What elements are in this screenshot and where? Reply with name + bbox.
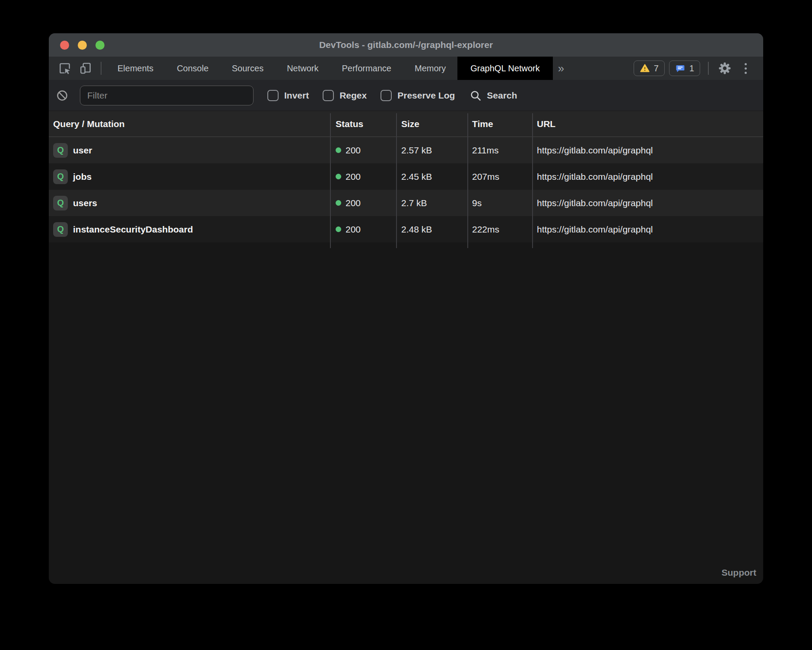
filter-input[interactable] [80,86,254,105]
status-dot [336,200,341,206]
tab-graphql-network[interactable]: GraphQL Network [457,57,552,80]
invert-option: Invert [267,90,309,101]
time-cell: 9s [467,198,532,208]
minimize-button[interactable] [78,41,87,50]
tabbar-controls: 7 1 [634,57,754,80]
search-icon [469,89,482,102]
requests-table: Query / Mutation Status Size Time URL Q … [49,111,763,242]
tab-memory[interactable]: Memory [403,57,457,80]
search-button[interactable]: Search [469,89,517,102]
status-dot [336,174,341,179]
gear-icon [717,61,732,76]
warnings-badge[interactable]: 7 [634,61,665,76]
url-cell: https://gitlab.com/api/graphql [532,224,763,235]
inspect-element-button[interactable] [57,57,72,80]
message-bubble-icon [675,63,685,73]
controls-separator [708,62,709,75]
size-cell: 2.45 kB [396,172,467,182]
search-label: Search [487,90,517,101]
column-header-status[interactable]: Status [330,119,396,129]
tab-console[interactable]: Console [165,57,220,80]
column-header-size[interactable]: Size [396,119,467,129]
status-code: 200 [346,224,361,235]
settings-button[interactable] [717,57,733,80]
size-cell: 2.48 kB [396,224,467,235]
filter-toolbar: Invert Regex Preserve Log Search [49,80,763,111]
titlebar: DevTools - gitlab.com/-/graphql-explorer [49,33,763,57]
warning-triangle-icon [640,63,650,73]
device-toolbar-button[interactable] [78,57,93,80]
warnings-count: 7 [654,64,659,73]
query-name: users [73,198,97,208]
preserve-log-label: Preserve Log [397,90,455,101]
url-cell: https://gitlab.com/api/graphql [532,172,763,182]
url-cell: https://gitlab.com/api/graphql [532,198,763,208]
time-cell: 211ms [467,145,532,156]
table-row[interactable]: Q instanceSecurityDashboard 200 2.48 kB … [49,216,763,242]
devtools-window: DevTools - gitlab.com/-/graphql-explorer… [49,33,763,584]
tab-elements[interactable]: Elements [106,57,165,80]
double-chevron-icon: » [558,62,564,75]
status-code: 200 [346,145,361,156]
traffic-lights [60,33,105,57]
tabbar-separator [101,62,102,75]
query-type-badge: Q [53,169,68,184]
more-tabs-button[interactable]: » [553,57,569,80]
size-cell: 2.57 kB [396,145,467,156]
status-code: 200 [346,198,361,208]
query-type-badge: Q [53,196,68,210]
block-circle-icon [56,89,68,102]
tab-performance[interactable]: Performance [330,57,403,80]
status-code: 200 [346,172,361,182]
table-header: Query / Mutation Status Size Time URL [49,111,763,137]
query-type-badge: Q [53,222,68,237]
column-header-query-mutation[interactable]: Query / Mutation [49,119,330,129]
preserve-log-option: Preserve Log [381,90,455,101]
main-menu-button[interactable] [737,57,754,80]
url-cell: https://gitlab.com/api/graphql [532,145,763,156]
tab-network[interactable]: Network [275,57,330,80]
regex-label: Regex [339,90,367,101]
preserve-log-checkbox[interactable] [381,90,392,101]
zoom-button[interactable] [95,41,105,50]
window-title: DevTools - gitlab.com/-/graphql-explorer [319,40,493,50]
kebab-menu-icon [745,63,747,74]
regex-checkbox[interactable] [323,90,334,101]
clear-requests-button[interactable] [56,89,69,102]
table-row[interactable]: Q jobs 200 2.45 kB 207ms https://gitlab.… [49,163,763,190]
table-row[interactable]: Q users 200 2.7 kB 9s https://gitlab.com… [49,190,763,216]
invert-checkbox[interactable] [267,90,279,101]
size-cell: 2.7 kB [396,198,467,208]
support-link[interactable]: Support [722,567,756,578]
query-name: instanceSecurityDashboard [73,224,193,235]
messages-count: 1 [689,64,694,73]
table-row[interactable]: Q user 200 2.57 kB 211ms https://gitlab.… [49,137,763,163]
column-header-url[interactable]: URL [532,119,763,129]
messages-badge[interactable]: 1 [669,61,700,76]
query-type-badge: Q [53,143,68,158]
device-toolbar-icon [79,61,92,75]
status-dot [336,226,341,232]
regex-option: Regex [323,90,367,101]
invert-label: Invert [284,90,309,101]
query-name: jobs [73,172,92,182]
query-name: user [73,145,92,156]
inspect-cursor-icon [58,61,72,75]
close-button[interactable] [60,41,69,50]
time-cell: 207ms [467,172,532,182]
status-dot [336,147,341,153]
tab-sources[interactable]: Sources [220,57,275,80]
time-cell: 222ms [467,224,532,235]
column-header-time[interactable]: Time [467,119,532,129]
devtools-tabbar: Elements Console Sources Network Perform… [49,57,763,80]
